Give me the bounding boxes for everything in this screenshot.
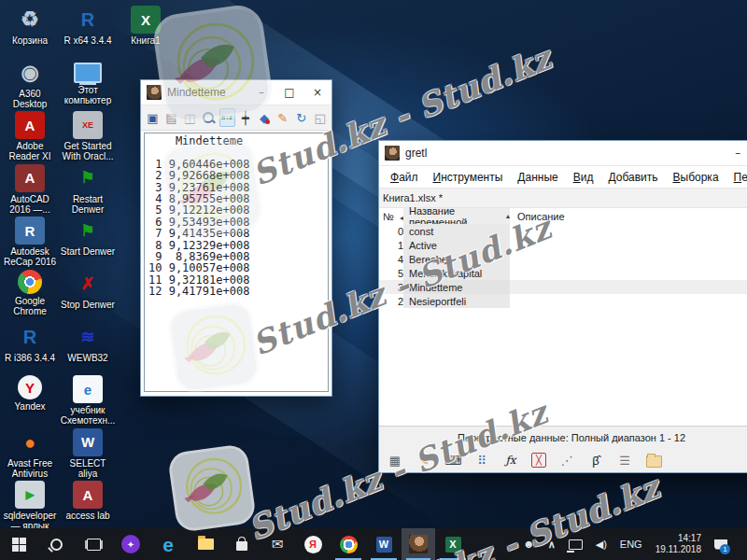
edge-icon[interactable]: e (149, 528, 187, 560)
desktop-icon-label: Autodesk ReCap 2016 (2, 246, 58, 267)
desktop-icon-label: Корзина (2, 35, 58, 46)
desktop-icon-r-x64[interactable]: RR x64 3.4.4 (60, 6, 116, 46)
menu-файл[interactable]: Файл (383, 171, 426, 184)
alice-icon-glyph: ✦ (121, 535, 140, 553)
excel-taskbar-glyph: X (445, 537, 461, 553)
mail-icon[interactable]: ✉ (260, 528, 295, 560)
desktop-icon-uchebnik[interactable]: eучебник Схемотехн... (60, 375, 116, 426)
variable-name: Active (403, 238, 510, 252)
scatter-icon[interactable]: ◆ (256, 108, 272, 127)
desktop-icon-label: A360 Desktop (2, 89, 58, 109)
desktop-icon-kniga1[interactable]: XКнига1 (118, 6, 174, 46)
desktop-icon-stop-denwer[interactable]: ✗Stop Denwer (60, 270, 116, 310)
lattice-icon[interactable]: ╳ (531, 453, 546, 468)
minimize-button[interactable]: – (247, 81, 275, 104)
desktop-icon-recycle-bin[interactable]: ♻Корзина (2, 6, 58, 46)
desktop-icon-start-denwer[interactable]: ⚑Start Denwer (60, 217, 116, 257)
description-column-header[interactable]: Описание (510, 211, 747, 222)
variable-row-bereshek[interactable]: 4Bereshek (379, 252, 747, 266)
yandex-browser-icon[interactable]: Я (295, 528, 331, 560)
gretl-taskbar[interactable] (402, 528, 435, 560)
action-center-icon[interactable]: 1 (714, 539, 738, 550)
mindetteme-output-area[interactable]: Mindetteme 1 9,60446e+008 2 9,92668e+008… (144, 133, 329, 392)
explorer-icon[interactable] (187, 528, 224, 560)
desktop-icon-restart-denwer[interactable]: ⚑Restart Denwer (60, 164, 116, 215)
desktop-icon-sqldeveloper[interactable]: ▶sqldeveloper — ярлык (2, 481, 58, 531)
desktop-icon-r-i386[interactable]: RR i386 3.4.4 (2, 323, 58, 363)
desktop-icon-autocad[interactable]: AAutoCAD 2016 —... (2, 164, 58, 215)
menu-выборка[interactable]: Выборка (666, 171, 726, 184)
r-i386-icon: R (15, 323, 45, 351)
mindetteme-titlebar[interactable]: Mindetteme – □ × (141, 80, 331, 105)
desktop-icon-label: Avast Free Antivirus (2, 458, 58, 479)
task-view-icon[interactable] (75, 528, 112, 560)
desktop-icon-a360-desktop[interactable]: ◉A360 Desktop (2, 59, 58, 109)
session-icon[interactable]: ⠿ (473, 452, 490, 469)
people-icon[interactable]: ☻ (523, 538, 535, 551)
task-view-icon-glyph (87, 539, 101, 551)
search-icon[interactable] (37, 528, 75, 560)
desktop-icon-this-pc[interactable]: Этот компьютер (60, 59, 116, 105)
menu-инструменты[interactable]: Инструменты (426, 171, 511, 184)
desktop-icon-yandex[interactable]: YYandex (2, 375, 58, 412)
excel-taskbar[interactable]: X (435, 528, 471, 560)
save-icon[interactable]: ▣ (145, 108, 161, 127)
edit-script-icon[interactable]: ✎ (416, 452, 432, 469)
desktop-icon-oracle-xe[interactable]: XEGet Started With Oracl... (60, 111, 116, 161)
menu-переменная[interactable]: Переменная (726, 171, 747, 184)
copy-icon[interactable]: ◫ (182, 108, 198, 127)
refresh-icon[interactable]: ↻ (293, 108, 309, 127)
function-icon[interactable]: ƒx (502, 452, 519, 469)
desktop-icon-label: Stop Denwer (60, 300, 116, 310)
variable-row-menshiktikapital[interactable]: 5Menshiktikapital (379, 266, 747, 280)
store-icon-glyph (236, 541, 247, 551)
desktop-icon-adobe-reader[interactable]: AAdobe Reader XI (2, 111, 58, 161)
graph-icon[interactable]: ⋰ (558, 452, 575, 469)
word-taskbar[interactable]: W (366, 528, 402, 560)
time: 14:17 (678, 533, 701, 543)
variable-row-mindetteme[interactable]: 3Mindetteme (379, 280, 747, 294)
desktop-icon-avast[interactable]: ●Avast Free Antivirus (2, 428, 58, 479)
minimize-button[interactable]: – (724, 142, 747, 164)
gretl-titlebar[interactable]: gretl – (379, 141, 747, 166)
variable-id: 0 (379, 226, 403, 237)
variable-row-active[interactable]: 1Active (379, 238, 747, 252)
desktop-icon-autodesk-recap[interactable]: RAutodesk ReCap 2016 (2, 217, 58, 267)
num-column-header[interactable]: № (383, 211, 394, 222)
start-denwer-icon: ⚑ (73, 217, 103, 245)
hidden-icons-chevron[interactable]: ∧ (548, 539, 556, 551)
start-button[interactable] (0, 528, 37, 560)
edit-icon[interactable]: ✎ (275, 108, 290, 127)
console-icon[interactable]: ⌨ (444, 452, 461, 469)
desktop-icon-access-lab[interactable]: Aaccess lab (60, 481, 116, 521)
desktop-icon-select-aliya[interactable]: WSELECT aliya (60, 428, 116, 479)
store-icon[interactable] (224, 528, 260, 560)
menu-добавить[interactable]: Добавить (600, 171, 665, 184)
oracle-xe-icon: XE (73, 111, 103, 139)
model-beta-icon[interactable]: β̂ (587, 452, 604, 469)
menu-вид[interactable]: Вид (566, 171, 601, 184)
detach-window-icon[interactable]: ◱ (312, 108, 328, 127)
search-icon[interactable] (201, 108, 217, 127)
variable-row-const[interactable]: 0const (379, 224, 747, 238)
language-indicator[interactable]: ENG (620, 539, 642, 550)
sort-az-icon[interactable]: a↓z (219, 108, 235, 127)
calculator-icon[interactable]: ▦ (387, 452, 403, 469)
variable-table-header[interactable]: № ◂ Название переменной ▴ Описание (379, 208, 747, 224)
word-taskbar-glyph: W (376, 537, 392, 553)
alice-icon[interactable]: ✦ (112, 528, 149, 560)
desktop-icon-google-chrome[interactable]: Google Chrome (2, 270, 58, 316)
speaker-icon[interactable]: ◀) (596, 539, 607, 551)
database-icon[interactable]: ☰ (616, 452, 633, 469)
variable-row-nesieportfeli[interactable]: 2Nesieportfeli (379, 294, 747, 308)
print-icon[interactable]: ▤ (163, 108, 179, 127)
close-button[interactable]: × (303, 81, 331, 104)
maximize-button[interactable]: □ (275, 81, 303, 104)
menu-данные[interactable]: Данные (510, 171, 565, 184)
network-icon[interactable] (569, 539, 583, 550)
desktop-icon-wewb32[interactable]: ≋WEWB32 (60, 323, 116, 363)
plot-icon[interactable]: ┿ (238, 108, 254, 127)
clock[interactable]: 14:17 19.11.2018 (655, 533, 701, 555)
chrome-taskbar[interactable] (331, 528, 366, 560)
open-folder-icon[interactable] (645, 452, 662, 469)
